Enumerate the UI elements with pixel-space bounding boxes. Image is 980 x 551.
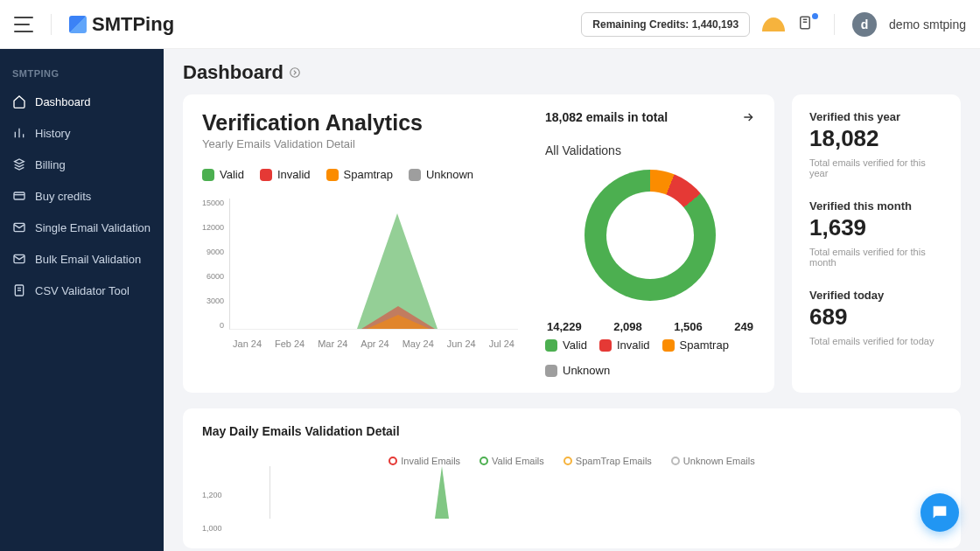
sidebar-item-buy-credits[interactable]: Buy credits [0, 180, 164, 212]
stat-month-value: 1,639 [809, 214, 943, 241]
sidebar-item-billing[interactable]: Billing [0, 149, 164, 180]
sidebar-item-label: Single Email Validation [35, 221, 150, 234]
donut-invalid-count: 2,098 [613, 320, 642, 333]
mail-bulk-icon [12, 252, 26, 266]
stat-month-desc: Total emails verified for this month [809, 247, 943, 268]
menu-toggle-button[interactable] [14, 17, 33, 32]
daily-legend-spamtrap: SpamTrap Emails [564, 456, 652, 466]
yearly-chart: 15000 12000 9000 6000 3000 0 Jan 24 Feb … [202, 199, 526, 349]
donut-chart [545, 170, 755, 301]
divider [834, 14, 835, 35]
stat-today-value: 689 [809, 303, 943, 331]
sidebar-item-label: Dashboard [35, 95, 91, 108]
sidebar-item-history[interactable]: History [0, 117, 164, 149]
svg-point-5 [290, 68, 300, 78]
donut-valid-count: 14,229 [547, 320, 582, 333]
daily-legend-unknown: Unknown Emails [671, 456, 755, 466]
chat-icon [930, 503, 949, 522]
brand[interactable]: SMTPing [69, 13, 174, 36]
sidebar-item-bulk-validation[interactable]: Bulk Email Validation [0, 243, 164, 275]
total-emails-line: 18,082 emails in total [545, 110, 755, 124]
legend-invalid: Invalid [260, 168, 311, 181]
bars-icon [12, 126, 26, 140]
y-tick: 6000 [202, 272, 229, 281]
donut-legend-spamtrap: Spamtrap [662, 338, 729, 352]
sidebar-item-label: CSV Validator Tool [35, 284, 130, 297]
yearly-legend: Valid Invalid Spamtrap Unknown [202, 168, 526, 181]
y-tick: 15000 [202, 199, 229, 207]
daily-chart [270, 466, 270, 519]
page-title: Dashboard [183, 61, 961, 84]
svg-rect-1 [14, 192, 24, 199]
sidebar: SMTPING Dashboard History Billing Buy cr… [0, 49, 164, 551]
notification-dot-icon [812, 13, 818, 19]
x-tick: Jul 24 [489, 338, 514, 349]
chat-fab-button[interactable] [920, 493, 959, 532]
sidebar-item-label: Bulk Email Validation [35, 253, 141, 266]
notifications-button[interactable] [797, 15, 816, 34]
daily-legend: Invalid Emails Valid Emails SpamTrap Ema… [202, 456, 942, 466]
x-tick: May 24 [402, 338, 434, 349]
brand-text: SMTPing [92, 13, 174, 36]
stats-card: Verified this year 18,082 Total emails v… [792, 94, 961, 393]
daily-detail-card: May Daily Emails Validation Detail Inval… [183, 408, 961, 548]
sidebar-item-single-validation[interactable]: Single Email Validation [0, 212, 164, 243]
stat-today-label: Verified today [809, 289, 943, 302]
x-tick: Jan 24 [233, 338, 262, 349]
sidebar-item-label: Billing [35, 158, 66, 171]
y-tick: 1,200 [202, 491, 229, 499]
analytics-card: Verification Analytics Yearly Emails Val… [183, 94, 774, 393]
sidebar-item-csv-tool[interactable]: CSV Validator Tool [0, 275, 164, 306]
page-title-text: Dashboard [183, 61, 284, 84]
user-name-label[interactable]: demo smtping [889, 17, 966, 31]
y-tick: 1,000 [202, 524, 229, 533]
stat-year-desc: Total emails verified for this year [809, 157, 943, 178]
donut-unknown-count: 249 [734, 320, 753, 333]
daily-legend-valid: Valid Emails [480, 456, 544, 466]
topbar: SMTPing Remaining Credits: 1,440,193 d d… [0, 0, 980, 49]
sidebar-heading: SMTPING [0, 61, 164, 86]
sidebar-item-label: Buy credits [35, 190, 91, 203]
y-tick: 3000 [202, 296, 229, 305]
y-tick: 0 [202, 321, 229, 330]
chevron-circle-icon [289, 66, 301, 79]
x-tick: Feb 24 [275, 338, 304, 349]
legend-spamtrap: Spamtrap [326, 168, 393, 181]
stack-icon [12, 157, 26, 171]
stat-year-label: Verified this year [809, 110, 943, 123]
y-tick: 9000 [202, 248, 229, 256]
daily-detail-title: May Daily Emails Validation Detail [202, 424, 942, 438]
y-tick: 12000 [202, 223, 229, 232]
daily-legend-invalid: Invalid Emails [388, 456, 460, 466]
stat-year-value: 18,082 [809, 125, 943, 152]
mail-icon [12, 220, 26, 234]
main-content: Dashboard Verification Analytics Yearly … [164, 49, 980, 551]
sidebar-item-label: History [35, 127, 70, 140]
home-icon [12, 94, 26, 108]
arrow-right-icon[interactable] [741, 110, 755, 124]
donut-legend-valid: Valid [545, 338, 587, 352]
stat-today-desc: Total emails verified for today [809, 336, 943, 346]
analytics-title: Verification Analytics [202, 110, 526, 136]
legend-unknown: Unknown [409, 168, 473, 181]
user-avatar[interactable]: d [852, 12, 877, 37]
donut-legend-invalid: Invalid [599, 338, 650, 352]
promo-icon[interactable] [762, 17, 785, 31]
analytics-subtitle: Yearly Emails Validation Detail [202, 137, 526, 150]
card-icon [12, 189, 26, 203]
divider [51, 14, 52, 35]
x-tick: Apr 24 [360, 338, 388, 349]
brand-logo-icon [69, 16, 87, 33]
all-validations-label: All Validations [545, 143, 755, 157]
sidebar-item-dashboard[interactable]: Dashboard [0, 86, 164, 117]
donut-spamtrap-count: 1,506 [674, 320, 703, 333]
x-tick: Mar 24 [318, 338, 347, 349]
x-tick: Jun 24 [447, 338, 476, 349]
file-icon [12, 283, 26, 297]
donut-legend-unknown: Unknown [545, 364, 610, 377]
stat-month-label: Verified this month [809, 199, 943, 213]
remaining-credits-badge[interactable]: Remaining Credits: 1,440,193 [581, 12, 750, 37]
legend-valid: Valid [202, 168, 244, 181]
